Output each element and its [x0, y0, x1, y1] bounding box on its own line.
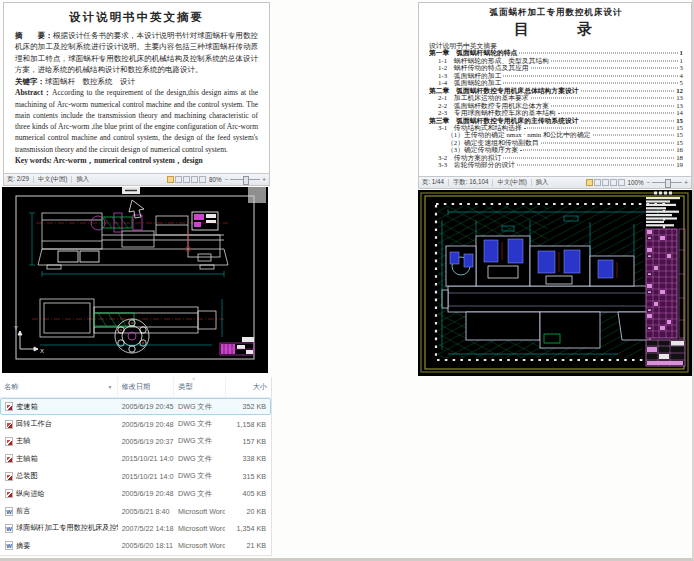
fullscreen-reading-icon[interactable]	[175, 176, 182, 183]
keywords-text: 球面蜗杆 数控系统 设计	[45, 77, 135, 86]
file-rows: 变速箱 2005/6/19 20:45 DWG 文件 352 KB 回转工作台 …	[0, 398, 271, 555]
toc-leader-dots	[520, 150, 674, 151]
cad-viewport-gearbox[interactable]	[418, 190, 692, 376]
doc1-view-mode-buttons[interactable]	[167, 176, 206, 183]
file-row[interactable]: 回转工作台 2005/6/19 20:48 DWG 文件 1,158 KB	[0, 415, 271, 432]
toc-entry-label: 3-1 传动结构式和结构选择	[438, 124, 522, 131]
file-name: 纵向进给	[16, 489, 45, 499]
zoom-thumb[interactable]	[665, 179, 671, 188]
type-header-label: 类型	[178, 382, 192, 392]
toc-leader-dots	[581, 90, 675, 91]
filter-dropdown-icon[interactable]: ▼	[108, 384, 113, 390]
toc-page-number: 12	[676, 87, 683, 94]
doc1-insert-mode[interactable]: 插入	[76, 175, 89, 184]
toc-page-number: 13	[676, 102, 683, 109]
column-header-size[interactable]: 大小	[226, 377, 271, 397]
cad1-drawing[interactable]: Y X	[2, 187, 268, 373]
toc-entry-label: 3-3 齿轮传动部分的设计	[438, 161, 515, 168]
doc2-word-count[interactable]: 字数: 16,104	[453, 178, 488, 187]
cad-viewport-lathe[interactable]: Y X	[2, 187, 268, 373]
file-type-icon	[5, 489, 13, 498]
toc-entry: 第一章 弧面蜗杆蜗轮的特点 1	[429, 49, 683, 56]
web-layout-icon[interactable]	[183, 176, 190, 183]
file-size-cell: 1,158 KB	[225, 420, 270, 429]
toc-entry: 1-3 弧面蜗杆的加工 4	[429, 72, 683, 79]
file-type-icon	[5, 524, 13, 533]
file-name-cell[interactable]: 主轴	[1, 436, 118, 446]
column-header-type[interactable]: ˄ 类型	[174, 377, 226, 397]
file-name-cell[interactable]: 纵向进给	[1, 489, 118, 499]
zoom-out-icon[interactable]: −	[647, 179, 651, 186]
doc2-zoom-level[interactable]: 100%	[628, 179, 644, 186]
file-row[interactable]: 纵向进给 2005/6/19 20:48 DWG 文件 405 KB	[0, 485, 271, 502]
ucs-x-label: X	[40, 348, 44, 354]
doc1-title: 设计说明书中英文摘要	[15, 10, 258, 25]
print-layout-icon[interactable]	[167, 176, 174, 183]
column-header-name[interactable]: 名称 ▼	[0, 377, 118, 397]
toc-entry-label: 1-3 弧面蜗杆的加工	[438, 72, 501, 79]
toc-page-number: 15	[676, 124, 683, 131]
file-name-cell[interactable]: 球面蜗杆加工专用数控机床及控制系统设...	[1, 523, 118, 533]
file-size-cell: 20 KB	[225, 507, 270, 516]
file-type-cell: DWG 文件	[174, 436, 225, 446]
doc2-insert-mode[interactable]: 插入	[536, 178, 549, 187]
outline-view-icon[interactable]	[191, 176, 198, 183]
zoom-in-icon[interactable]: +	[684, 179, 688, 186]
file-name-cell[interactable]: 前言	[1, 506, 118, 516]
cad1-scroll-corner[interactable]	[248, 187, 266, 203]
toc-page-number: 4	[680, 72, 683, 79]
keywords-label: 关键字：	[15, 77, 45, 86]
zoom-thumb[interactable]	[243, 176, 249, 185]
outline-view-icon[interactable]	[610, 179, 617, 186]
file-row[interactable]: 前言 2005/6/21 8:40 Microsoft Word ... 20 …	[0, 502, 271, 519]
file-name: 主轴	[16, 436, 30, 446]
zoom-out-icon[interactable]: −	[225, 176, 229, 183]
en-abstract-text: According to the requirement of the desi…	[15, 88, 258, 153]
file-type-cell: Microsoft Word ...	[174, 524, 225, 533]
doc2-view-mode-buttons[interactable]	[586, 179, 625, 186]
doc1-keywords: 关键字：球面蜗杆 数控系统 设计	[15, 76, 258, 87]
file-name: 摘要	[16, 541, 30, 551]
file-row[interactable]: 摘要 2005/6/20 18:11 Microsoft Word ... 21…	[0, 537, 271, 554]
file-date-cell: 2005/6/21 8:40	[118, 507, 174, 516]
zoom-track[interactable]	[652, 182, 682, 183]
file-name-cell[interactable]: 回转工作台	[1, 419, 118, 429]
doc1-zoom-level[interactable]: 80%	[209, 176, 222, 183]
file-name-cell[interactable]: 主轴箱	[1, 454, 118, 464]
doc1-status-bar: 页: 2/29 中文(中国) 插入 80% −+	[4, 173, 269, 185]
doc2-running-title: 弧面蜗杆加工专用数控机床设计	[429, 7, 683, 19]
print-layout-icon[interactable]	[586, 179, 593, 186]
file-name-cell[interactable]: 总装图	[1, 471, 118, 481]
word-window-toc: 弧面蜗杆加工专用数控机床设计 目 录 设计说明书中英文摘要 第一章 弧面蜗杆蜗轮…	[418, 2, 692, 189]
cad2-drawing[interactable]	[418, 190, 692, 376]
file-row[interactable]: 球面蜗杆加工专用数控机床及控制系统设... 2007/5/22 14:18 Mi…	[0, 520, 271, 537]
web-layout-icon[interactable]	[602, 179, 609, 186]
toc-entry: 1-2 蜗杆传动的特点及其应用 3	[429, 64, 683, 71]
zoom-track[interactable]	[230, 179, 260, 180]
file-type-cell: DWG 文件	[174, 489, 225, 499]
doc1-page: 设计说明书中英文摘要 摘 要：根据设计任务书的要求，本设计说明书针对球面蜗杆专用…	[4, 3, 269, 174]
file-name-cell[interactable]: 摘要	[1, 541, 118, 551]
zoom-in-icon[interactable]: +	[262, 176, 266, 183]
ucs-y-label: Y	[14, 325, 18, 331]
file-row[interactable]: 总装图 2015/10/21 14:07 DWG 文件 315 KB	[0, 468, 271, 485]
toc-page-number: 5	[680, 79, 683, 86]
file-name-cell[interactable]: 变速箱	[1, 402, 118, 412]
doc1-zoom-slider[interactable]: −+	[225, 176, 266, 183]
file-type-cell: DWG 文件	[174, 454, 225, 464]
toc-entry-label: 1-4 弧面蜗轮的加工	[438, 79, 501, 86]
draft-view-icon[interactable]	[199, 176, 206, 183]
file-name: 球面蜗杆加工专用数控机床及控制系统设...	[16, 523, 118, 533]
toc-entry: 3-2 传动方案的拟订 18	[429, 154, 683, 161]
toc-page-number: 19	[676, 161, 683, 168]
doc2-zoom-slider[interactable]: −+	[647, 179, 688, 186]
file-row[interactable]: 主轴箱 2015/10/21 14:07 DWG 文件 338 KB	[0, 450, 271, 467]
size-header-label: 大小	[253, 382, 267, 392]
column-header-date[interactable]: 修改日期	[118, 377, 175, 397]
file-row[interactable]: 变速箱 2005/6/19 20:45 DWG 文件 352 KB	[0, 398, 271, 415]
fullscreen-reading-icon[interactable]	[594, 179, 601, 186]
file-row[interactable]: 主轴 2005/6/19 20:37 DWG 文件 157 KB	[0, 433, 271, 450]
toc-entry: 2-2 弧面蜗杆数控专用机床总体方案 13	[429, 102, 683, 109]
draft-view-icon[interactable]	[618, 179, 625, 186]
toc-entry-label: 1-1 蜗杆蜗轮的形成、类型及其结构	[438, 57, 549, 64]
